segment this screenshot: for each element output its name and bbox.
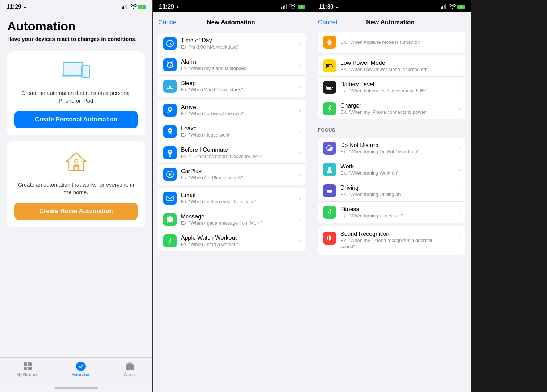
list-item-fitness[interactable]: Fitness Ex. "When turning Fitness on" › [318,202,465,223]
svg-rect-49 [327,65,329,67]
wifi-icon-2 [290,4,296,10]
arrive-icon [163,104,177,117]
chevron-icon: › [459,84,460,90]
modal-header-2: Cancel New Automation [153,14,312,30]
automation-content: Automation Have your devices react to ch… [0,12,152,357]
alarm-text: Alarm Ex. "When my alarm is stopped" [181,59,299,71]
status-icons-3: ⚡ [441,4,465,10]
chevron-icon: › [299,107,301,113]
svg-rect-8 [83,67,88,76]
sleep-icon [163,80,177,93]
do-not-disturb-text: Do Not Disturb Ex. "When turning Do Not … [340,142,459,154]
home-automation-card: Create an automation that works for ever… [7,141,145,227]
leave-text: Leave Ex. "When I leave work" [181,125,299,138]
list-item-driving[interactable]: Driving Ex. "When turning Driving on" › [318,180,465,202]
alarm-icon [163,58,177,71]
svg-rect-23 [286,4,287,9]
chevron-icon: › [299,195,301,201]
time-section: Time of Day Ex. "At 8:00 AM, weekdays" ›… [158,33,306,97]
tab-automation[interactable]: Automation [72,361,90,377]
list-item-airplane-mode[interactable]: Ex. "When Airplane Mode is turned on" › [318,32,465,53]
my-shortcuts-icon [22,361,33,371]
gallery-tab-label: Gallery [124,373,136,377]
svg-point-42 [170,238,172,240]
create-personal-automation-button[interactable]: Create Personal Automation [14,111,138,128]
list-item-charger[interactable]: Charger Ex. "When my iPhone connects to … [318,98,465,119]
list-item-low-power-mode[interactable]: Low Power Mode Ex. "When Low Power Mode … [318,55,465,77]
list-item-arrive[interactable]: Arrive Ex. "When I arrive at the gym" › [158,100,306,121]
wifi-icon [130,4,137,10]
time-3: 11:30 ▲ [319,4,339,10]
svg-point-57 [330,209,331,211]
chevron-icon: › [459,188,460,194]
new-automation-sheet-2: Cancel New Automation Time of Day Ex. "A… [153,14,312,392]
svg-point-38 [169,151,171,153]
svg-point-55 [327,192,329,194]
list-item-work[interactable]: Work Ex. "When turning Work on" › [318,159,465,180]
before-commute-icon [163,146,177,159]
svg-rect-35 [166,89,174,89]
automation-tab-label: Automation [72,373,90,377]
svg-line-26 [170,43,171,45]
automation-tab-icon [76,361,86,371]
status-bar-3: 11:30 ▲ ⚡ [312,0,471,12]
chevron-icon: › [299,41,301,46]
list-item-message[interactable]: Message Ex. "When I get a message from M… [158,209,306,230]
list-item-before-commute[interactable]: Before I Commute Ex. "15 minutes before … [158,142,306,164]
svg-line-29 [170,65,171,66]
svg-rect-1 [123,6,124,9]
modal-title-2: New Automation [207,19,255,26]
time-2: 11:29 ▲ [159,4,180,10]
svg-point-53 [328,167,331,170]
status-bar-2: 11:29 ▲ ⚡ [153,0,312,12]
message-icon [163,213,177,226]
create-home-automation-button[interactable]: Create Home Automation [14,203,138,220]
svg-rect-43 [441,7,442,9]
chevron-icon: › [299,150,301,156]
cancel-button-2[interactable]: Cancel [158,19,178,26]
svg-rect-46 [445,4,446,9]
chevron-icon: › [299,217,301,222]
driving-icon [323,184,336,197]
location-icon-3: ▲ [335,4,339,9]
list-item-apple-watch-workout[interactable]: Apple Watch Workout Ex. "When I start a … [158,230,306,251]
svg-line-30 [167,62,168,62]
apple-watch-workout-text: Apple Watch Workout Ex. "When I start a … [181,235,299,247]
sleep-text: Sleep Ex. "When Wind Down starts" [181,80,299,92]
list-item-sleep[interactable]: Sleep Ex. "When Wind Down starts" › [158,76,306,97]
svg-rect-51 [332,87,333,88]
list-item-do-not-disturb[interactable]: Do Not Disturb Ex. "When turning Do Not … [318,138,465,159]
list-item-carplay[interactable]: CarPlay Ex. "When CarPlay connects" › [158,164,306,185]
list-item-time-of-day[interactable]: Time of Day Ex. "At 8:00 AM, weekdays" › [158,33,306,54]
svg-rect-6 [62,75,84,77]
focus-section: Do Not Disturb Ex. "When turning Do Not … [318,138,465,223]
chevron-icon: › [459,39,460,45]
list-item-leave[interactable]: Leave Ex. "When I leave work" › [158,121,306,142]
page-subtitle: Have your devices react to changes in co… [7,35,145,43]
chevron-icon: › [459,63,460,69]
svg-rect-48 [332,66,333,67]
status-icons-1: ⚡ [122,4,146,10]
tab-gallery[interactable]: Gallery [124,361,136,377]
chevron-icon: › [299,129,301,134]
svg-point-9 [85,76,86,78]
list-item-battery-level[interactable]: Battery Level Ex. "When battery level ri… [318,77,465,98]
charger-text: Charger Ex. "When my iPhone connects to … [340,103,459,115]
svg-point-16 [76,362,86,371]
list-item-alarm[interactable]: Alarm Ex. "When my alarm is stopped" › [158,54,306,76]
chevron-icon: › [299,238,301,244]
charger-icon [323,102,336,115]
modal-title-3: New Automation [366,19,414,26]
svg-rect-19 [128,362,131,363]
cancel-button-3[interactable]: Cancel [318,19,337,26]
before-commute-text: Before I Commute Ex. "15 minutes before … [181,147,299,159]
list-item-email[interactable]: Email Ex. "When I get an email from Jane… [158,188,306,209]
signal-icon [122,4,128,10]
tab-my-shortcuts[interactable]: My Shortcuts [17,361,38,377]
my-shortcuts-label: My Shortcuts [17,373,38,377]
chevron-icon: › [459,106,460,112]
list-item-sound-recognition[interactable]: Sound Recognition Ex. "When my iPhone re… [318,226,465,255]
svg-rect-17 [126,364,134,370]
arrive-text: Arrive Ex. "When I arrive at the gym" [181,104,299,116]
location-icon-2: ▲ [175,4,180,9]
